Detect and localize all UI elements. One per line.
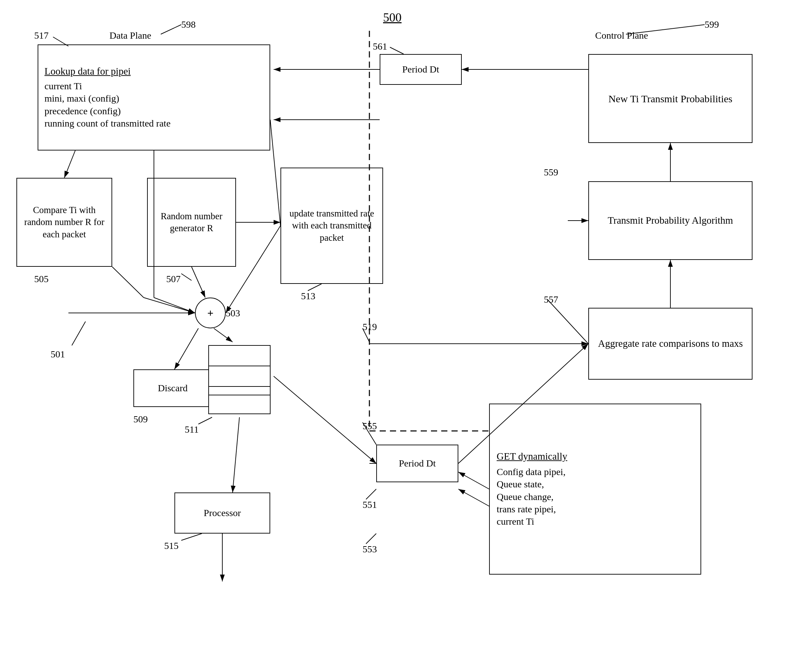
circle-503: + <box>195 297 226 328</box>
data-plane-label: Data Plane <box>109 30 151 41</box>
control-plane-num: 599 <box>704 19 719 30</box>
svg-line-44 <box>366 534 376 544</box>
num-559: 559 <box>544 167 558 178</box>
data-plane-num: 598 <box>181 19 196 30</box>
lookup-line1: current Ti <box>44 80 263 92</box>
svg-line-37 <box>308 284 321 291</box>
svg-line-35 <box>181 534 202 540</box>
lookup-title: Lookup data for pipei <box>44 65 263 78</box>
num-509: 509 <box>133 414 148 425</box>
update-transmit-box: update transmitted rate with each transm… <box>281 168 383 284</box>
svg-line-42 <box>366 489 376 499</box>
random-gen-box: Random number generator R <box>147 178 236 267</box>
get-dyn-line5: current Ti <box>497 515 694 528</box>
svg-line-45 <box>270 120 281 226</box>
lookup-data-box: Lookup data for pipei current Ti mini, m… <box>37 44 270 151</box>
num-511: 511 <box>185 424 199 435</box>
new-ti-transmit-box: New Ti Transmit Probabilities <box>588 54 753 143</box>
period-dt-1-box: Period Dt <box>380 54 462 85</box>
num-501: 501 <box>51 349 65 360</box>
get-dyn-line3: Queue change, <box>497 491 694 503</box>
svg-line-24 <box>112 267 143 297</box>
svg-line-11 <box>390 47 404 54</box>
num-555: 555 <box>363 421 377 431</box>
svg-line-36 <box>274 376 376 464</box>
control-plane-label: Control Plane <box>595 30 648 41</box>
num-553: 553 <box>363 544 377 555</box>
discard-box: Discard <box>133 369 212 407</box>
lookup-line3: precedence (config) <box>44 105 263 117</box>
svg-line-41 <box>458 472 489 489</box>
svg-line-21 <box>64 151 75 178</box>
svg-line-32 <box>232 417 239 492</box>
svg-line-33 <box>198 417 212 424</box>
svg-line-26 <box>192 267 205 297</box>
num-507: 507 <box>166 274 181 285</box>
svg-line-43 <box>458 489 489 506</box>
processor-box: Processor <box>175 492 270 534</box>
get-dynamically-box: GET dynamically Config data pipei, Queue… <box>489 403 701 574</box>
lookup-line4: running count of transmitted rate <box>44 117 263 130</box>
transmit-prob-box: Transmit Probability Algorithm <box>588 181 753 260</box>
compare-ti-box: Compare Ti with random number R for each… <box>16 178 112 267</box>
num-515: 515 <box>164 540 179 551</box>
svg-line-30 <box>72 321 86 346</box>
get-dyn-line4: trans rate pipei, <box>497 503 694 515</box>
svg-line-28 <box>175 328 198 369</box>
svg-line-25 <box>143 297 195 313</box>
num-519: 519 <box>363 321 377 332</box>
diagram-container: 500 517 Data Plane 598 Control Plane 599… <box>0 0 812 657</box>
svg-line-9 <box>161 25 181 34</box>
svg-line-18 <box>547 299 588 344</box>
num-513: 513 <box>301 291 315 302</box>
num-505: 505 <box>34 274 48 285</box>
period-dt-2-box: Period Dt <box>376 445 458 482</box>
num-551: 551 <box>363 499 377 510</box>
get-dyn-title: GET dynamically <box>497 450 694 463</box>
svg-line-27 <box>181 274 192 280</box>
num-561: 561 <box>373 41 387 52</box>
svg-line-31 <box>214 328 232 342</box>
get-dyn-line2: Queue state, <box>497 478 694 490</box>
num-557: 557 <box>544 294 558 305</box>
svg-line-23 <box>154 297 195 313</box>
lookup-line2: mini, maxi (config) <box>44 92 263 105</box>
num-517: 517 <box>34 30 48 41</box>
main-title: 500 <box>383 10 402 25</box>
get-dyn-line1: Config data pipei, <box>497 466 694 478</box>
aggregate-rate-box: Aggregate rate comparisons to maxs <box>588 308 753 380</box>
svg-rect-0 <box>209 346 270 414</box>
num-503: 503 <box>226 308 240 319</box>
queue-stack <box>205 342 274 417</box>
